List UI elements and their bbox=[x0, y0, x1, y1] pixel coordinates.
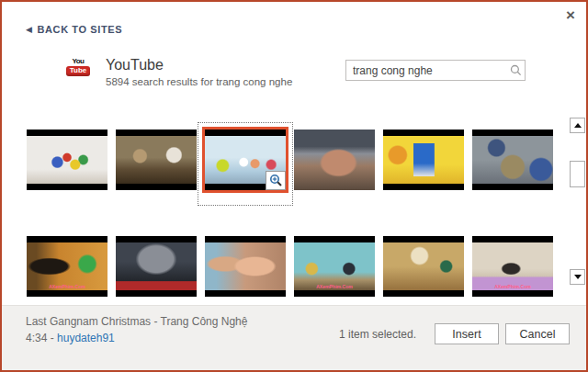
video-gif-letters[interactable] bbox=[27, 130, 107, 190]
video-frame bbox=[472, 136, 553, 184]
video-gangnam-dancers[interactable] bbox=[205, 130, 286, 190]
search-results-count: 5894 search results for trang cong nghe bbox=[106, 76, 292, 87]
video-women-faces[interactable] bbox=[205, 236, 286, 297]
search-icon[interactable] bbox=[506, 64, 525, 76]
insert-button[interactable]: Insert bbox=[435, 323, 499, 344]
video-manhole-crowd[interactable] bbox=[472, 130, 553, 190]
youtube-logo: You Tube bbox=[66, 57, 90, 87]
thumbnail-row-2: AXemPhim.Com AXemPhim.Com AXemPhim.Com bbox=[27, 236, 553, 297]
provider-header: You Tube YouTube 5894 search results for… bbox=[66, 57, 292, 87]
thumbnail-row-1 bbox=[27, 130, 553, 190]
video-frame bbox=[27, 136, 107, 184]
video-frame bbox=[383, 136, 464, 184]
youtube-logo-top: You bbox=[66, 58, 90, 65]
scroll-down-icon bbox=[574, 275, 582, 279]
video-frame bbox=[383, 242, 464, 290]
video-frame: AXemPhim.Com bbox=[472, 242, 553, 290]
search-box bbox=[345, 60, 526, 81]
video-frame: AXemPhim.Com bbox=[27, 242, 107, 290]
video-bedroom-scene[interactable]: AXemPhim.Com bbox=[472, 236, 553, 297]
selected-video-duration: 4:34 - bbox=[26, 332, 57, 344]
watermark-text: AXemPhim.Com bbox=[300, 284, 369, 288]
youtube-logo-bottom: Tube bbox=[66, 66, 90, 76]
back-to-sites-button[interactable]: ◀ BACK TO SITES bbox=[26, 24, 122, 35]
provider-title: YouTube bbox=[106, 57, 292, 73]
video-arched-room[interactable] bbox=[383, 236, 464, 297]
video-dark-movie-poster[interactable] bbox=[116, 236, 197, 297]
insert-video-dialog: × ◀ BACK TO SITES You Tube YouTube 5894 … bbox=[0, 0, 588, 372]
selected-video-info: Last Gangnam Christmas - Trang Công Nghệ… bbox=[26, 314, 247, 346]
video-phone-flowers[interactable] bbox=[383, 130, 464, 190]
dialog-footer: Last Gangnam Christmas - Trang Công Nghệ… bbox=[2, 305, 586, 370]
cancel-button[interactable]: Cancel bbox=[505, 323, 570, 344]
footer-actions: 1 item selected. Insert Cancel bbox=[339, 323, 570, 344]
watermark-text: AXemPhim.Com bbox=[33, 284, 102, 288]
video-group-teal-wall[interactable]: AXemPhim.Com bbox=[294, 236, 375, 297]
video-frame: AXemPhim.Com bbox=[294, 242, 375, 290]
video-men-at-table[interactable] bbox=[116, 130, 197, 190]
watermark-text: AXemPhim.Com bbox=[479, 284, 548, 288]
video-frame bbox=[116, 242, 197, 290]
scroll-up-button[interactable] bbox=[570, 118, 585, 133]
video-frame bbox=[294, 130, 375, 190]
video-man-face[interactable] bbox=[294, 130, 375, 190]
scroll-down-button[interactable] bbox=[570, 269, 585, 285]
selected-video-author-link[interactable]: huydateh91 bbox=[57, 332, 115, 344]
selected-video-title: Last Gangnam Christmas - Trang Công Nghệ bbox=[26, 314, 247, 330]
selection-status: 1 item selected. bbox=[339, 328, 416, 341]
zoom-preview-icon[interactable] bbox=[266, 171, 286, 190]
back-to-sites-label: BACK TO SITES bbox=[38, 24, 123, 35]
search-input[interactable] bbox=[346, 64, 506, 77]
video-frame bbox=[116, 136, 197, 184]
back-arrow-icon: ◀ bbox=[26, 25, 33, 34]
scroll-up-icon bbox=[574, 123, 582, 128]
selected-video-meta: 4:34 - huydateh91 bbox=[26, 330, 247, 346]
video-orange-scene-girl[interactable]: AXemPhim.Com bbox=[27, 236, 107, 297]
video-frame bbox=[205, 242, 286, 290]
scrollbar-thumb[interactable] bbox=[570, 161, 585, 187]
